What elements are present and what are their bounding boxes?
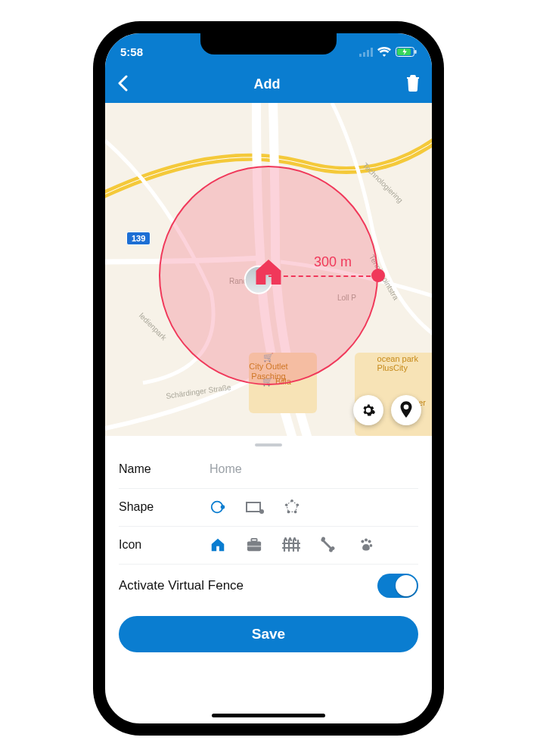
icon-option-work[interactable] — [246, 537, 262, 552]
icon-label: Icon — [119, 538, 210, 552]
svg-point-18 — [285, 503, 288, 506]
rectangle-shape-icon — [246, 500, 264, 514]
svg-point-24 — [368, 540, 371, 543]
nav-bar: Add — [105, 67, 432, 103]
save-button-label: Save — [252, 626, 285, 642]
svg-point-11 — [221, 505, 225, 509]
status-icons — [359, 47, 417, 57]
svg-rect-0 — [359, 54, 362, 57]
cellular-signal-icon — [359, 48, 373, 57]
radius-drag-handle[interactable] — [371, 269, 385, 282]
shape-option-rectangle[interactable] — [246, 500, 264, 514]
activate-toggle[interactable] — [377, 574, 418, 598]
route-badge: 139 — [126, 232, 151, 245]
svg-rect-21 — [247, 546, 261, 547]
icon-option-fence[interactable] — [282, 537, 300, 552]
shape-row: Shape — [119, 489, 418, 527]
shape-option-circle[interactable] — [210, 499, 226, 515]
svg-point-23 — [365, 539, 368, 542]
svg-point-14 — [290, 499, 293, 502]
map-view[interactable]: 139 Randlst ledienpark Schärdinger Straß… — [105, 103, 432, 436]
name-row: Name Home — [119, 451, 418, 489]
location-pin-icon — [399, 401, 414, 419]
map-settings-button[interactable] — [353, 395, 383, 425]
fence-icon — [282, 537, 300, 552]
svg-point-15 — [296, 503, 300, 506]
activate-row: Activate Virtual Fence — [119, 565, 418, 607]
toggle-knob — [396, 575, 417, 596]
shape-option-polygon[interactable] — [284, 499, 300, 515]
map-recenter-button[interactable] — [391, 395, 421, 425]
polygon-shape-icon — [284, 499, 300, 515]
nav-title: Add — [254, 76, 281, 92]
battery-icon — [396, 47, 417, 57]
svg-rect-1 — [363, 52, 365, 57]
chevron-left-icon — [117, 75, 128, 92]
svg-rect-2 — [367, 50, 369, 57]
icon-row: Icon — [119, 527, 418, 565]
svg-rect-20 — [251, 539, 256, 542]
bottom-sheet-handle[interactable] — [105, 436, 432, 451]
poi-label: ocean park PlusCity — [377, 354, 418, 373]
svg-point-22 — [361, 540, 364, 543]
gear-icon — [361, 403, 376, 418]
home-icon — [210, 537, 226, 553]
home-indicator[interactable] — [212, 714, 325, 717]
radius-label: 300 m — [314, 254, 352, 270]
svg-rect-12 — [247, 502, 260, 512]
status-time: 5:58 — [120, 45, 143, 58]
name-label: Name — [119, 462, 210, 476]
delete-button[interactable] — [406, 75, 420, 95]
svg-point-25 — [370, 544, 373, 547]
shape-label: Shape — [119, 500, 210, 514]
geofence-form: Name Home Shape Icon — [105, 451, 432, 607]
wifi-icon — [377, 47, 391, 57]
svg-point-16 — [294, 511, 297, 514]
back-button[interactable] — [117, 75, 128, 95]
briefcase-icon — [246, 537, 262, 552]
device-notch — [200, 33, 337, 54]
name-input[interactable]: Home — [210, 462, 242, 476]
svg-rect-3 — [371, 48, 373, 57]
save-button[interactable]: Save — [119, 616, 418, 652]
activate-label: Activate Virtual Fence — [119, 578, 244, 593]
home-icon — [252, 256, 285, 289]
svg-point-13 — [259, 509, 264, 514]
phone-frame: 5:58 Add — [95, 23, 442, 734]
bone-icon — [320, 536, 338, 554]
icon-option-home[interactable] — [210, 537, 226, 553]
trash-icon — [406, 75, 420, 92]
geofence-center-marker[interactable] — [252, 256, 285, 292]
icon-option-bone[interactable] — [320, 536, 338, 554]
circle-shape-icon — [210, 499, 226, 515]
svg-point-17 — [287, 511, 290, 514]
svg-rect-5 — [415, 50, 417, 54]
paw-icon — [358, 537, 374, 553]
icon-option-paw[interactable] — [358, 537, 374, 553]
